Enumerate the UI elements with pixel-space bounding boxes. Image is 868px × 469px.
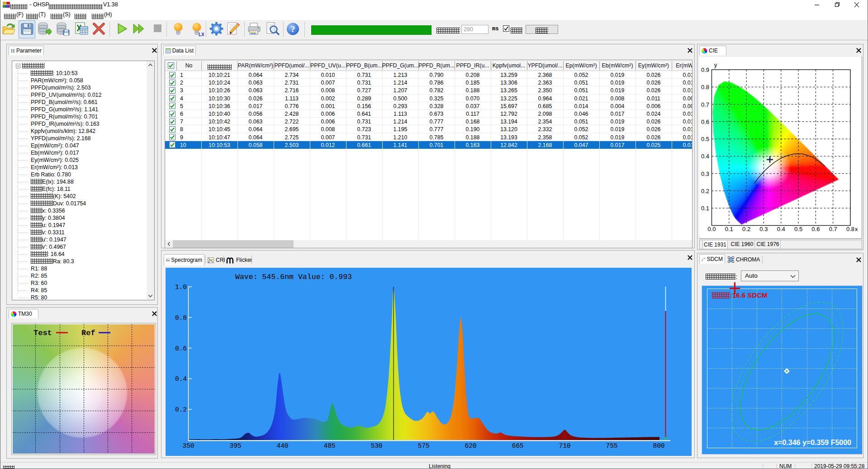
svg-text:710: 710	[559, 442, 570, 450]
svg-text:800: 800	[653, 442, 664, 450]
svg-text:0.6: 0.6	[701, 118, 709, 125]
svg-text:350: 350	[182, 442, 194, 450]
svg-text:530: 530	[370, 442, 382, 450]
svg-text:0.6: 0.6	[811, 226, 820, 232]
svg-text:0.8: 0.8	[701, 84, 709, 90]
svg-text:0.8: 0.8	[175, 314, 187, 322]
svg-text:0.0: 0.0	[707, 226, 716, 232]
svg-text:x: x	[855, 226, 858, 232]
svg-text:0.2: 0.2	[175, 406, 187, 413]
svg-text:0.2: 0.2	[701, 188, 709, 194]
svg-text:0.9: 0.9	[701, 66, 709, 73]
svg-text:?: ?	[291, 24, 295, 34]
svg-text:0.4: 0.4	[175, 375, 187, 383]
svg-text:0.3: 0.3	[701, 171, 709, 177]
svg-text:0.6: 0.6	[175, 345, 187, 352]
svg-text:395: 395	[229, 442, 241, 450]
svg-text:1.0: 1.0	[175, 284, 187, 291]
svg-text:x=0.346 y=0.359 F5000: x=0.346 y=0.359 F5000	[774, 439, 851, 446]
svg-text:0.7: 0.7	[829, 226, 837, 232]
svg-text:755: 755	[606, 442, 617, 450]
svg-text:665: 665	[512, 442, 523, 450]
svg-text:y: y	[714, 62, 717, 68]
svg-text:0.4: 0.4	[701, 153, 709, 160]
svg-text:0.3: 0.3	[759, 226, 768, 232]
svg-text:Wave: 545.6nm Value: 0.993: Wave: 545.6nm Value: 0.993	[235, 273, 352, 281]
svg-text:0.1: 0.1	[701, 205, 709, 212]
svg-text:0.7: 0.7	[701, 101, 709, 108]
svg-text:0.8: 0.8	[846, 226, 854, 232]
svg-text:485: 485	[323, 442, 335, 450]
svg-text:440: 440	[276, 442, 288, 450]
svg-text:0.5: 0.5	[794, 226, 802, 232]
svg-text:620: 620	[465, 442, 476, 450]
svg-text:575: 575	[417, 442, 429, 450]
svg-text:Test: Test	[33, 329, 52, 337]
svg-text:0.1: 0.1	[725, 226, 733, 232]
svg-text:0.4: 0.4	[777, 226, 785, 232]
svg-text:LX: LX	[199, 32, 204, 37]
svg-text:Ref: Ref	[81, 329, 95, 337]
svg-text:0.2: 0.2	[742, 226, 750, 232]
svg-text:0.5: 0.5	[701, 136, 709, 142]
